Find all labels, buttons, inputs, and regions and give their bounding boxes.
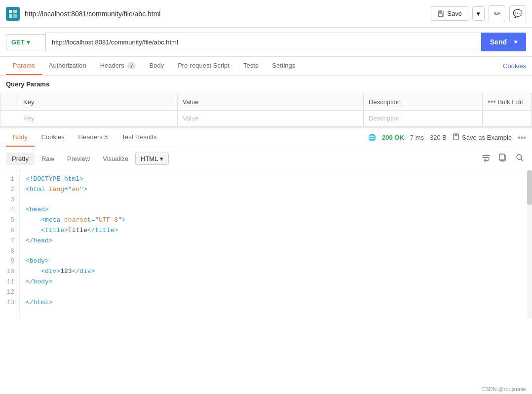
format-tab-group: Pretty Raw Preview Visualize HTML ▾ — [6, 153, 169, 165]
format-tab-preview[interactable]: Preview — [61, 153, 96, 165]
scrollbar-thumb[interactable] — [527, 170, 532, 205]
value-input-cell[interactable]: Value — [178, 111, 364, 126]
tab-params[interactable]: Params — [6, 57, 42, 75]
response-tab-body[interactable]: Body — [6, 128, 35, 147]
title-url: http://localhost:8081/community/file/abc… — [25, 10, 160, 18]
save-button[interactable]: Save — [431, 6, 468, 21]
svg-rect-10 — [499, 154, 504, 160]
response-tabs: Body Cookies Headers 5 Test Results 🌐 20… — [0, 128, 532, 147]
key-input-cell[interactable]: Key — [18, 111, 178, 126]
row-check-cell — [0, 111, 18, 126]
wrap-icon — [482, 153, 491, 162]
svg-rect-2 — [9, 14, 12, 18]
response-status-bar: 🌐 200 OK 7 ms 320 B Save as Example ••• — [368, 133, 526, 142]
method-chevron-icon: ▾ — [27, 39, 30, 46]
edit-icon: ✏ — [494, 9, 500, 18]
format-bar: Pretty Raw Preview Visualize HTML ▾ — [0, 147, 532, 170]
method-label: GET — [11, 39, 25, 46]
line-num-9: 9 — [0, 256, 19, 267]
url-bar: GET ▾ Send ▾ — [0, 28, 532, 57]
cookies-link[interactable]: Cookies — [503, 62, 526, 70]
copy-button[interactable] — [496, 151, 509, 166]
url-input[interactable] — [45, 33, 481, 51]
line-num-2: 2 — [0, 185, 19, 195]
code-line-10: <div>123</div> — [26, 267, 526, 277]
code-line-7: </head> — [26, 236, 526, 246]
line-num-10: 10 — [0, 267, 19, 277]
response-size: 320 B — [430, 134, 447, 141]
line-num-1: 1 — [0, 174, 19, 185]
method-selector[interactable]: GET ▾ — [6, 34, 45, 50]
bulk-edit-button[interactable]: Bulk Edit — [497, 98, 523, 106]
chat-button[interactable]: 💬 — [509, 5, 526, 22]
svg-point-11 — [517, 155, 522, 159]
tab-tests[interactable]: Tests — [236, 57, 265, 75]
response-tab-test-results[interactable]: Test Results — [115, 128, 164, 147]
format-bar-right — [480, 151, 526, 166]
response-time: 7 ms — [410, 134, 424, 141]
line-num-8: 8 — [0, 246, 19, 257]
code-line-4: <head> — [26, 205, 526, 215]
format-tab-pretty[interactable]: Pretty — [6, 153, 35, 165]
response-more-button[interactable]: ••• — [518, 133, 526, 142]
save-dropdown-button[interactable]: ▾ — [472, 6, 485, 21]
save-example-icon — [453, 133, 459, 142]
svg-rect-3 — [13, 14, 17, 18]
tab-settings[interactable]: Settings — [265, 57, 302, 75]
line-num-3: 3 — [0, 195, 19, 205]
save-label: Save — [447, 10, 462, 17]
col-check-header — [0, 93, 18, 111]
line-num-6: 6 — [0, 226, 19, 236]
col-actions-header: ••• Bulk Edit — [483, 93, 532, 111]
save-icon — [437, 10, 444, 17]
copy-icon — [498, 153, 507, 162]
code-line-6: <title>Title</title> — [26, 226, 526, 236]
code-line-1: <!DOCTYPE html> — [26, 174, 526, 185]
code-line-13: </html> — [26, 298, 526, 308]
response-tab-headers[interactable]: Headers 5 — [72, 128, 115, 147]
code-line-11: </body> — [26, 277, 526, 287]
query-params-section: Query Params Key Value Description ••• B… — [0, 76, 532, 126]
search-icon — [515, 153, 524, 162]
search-button[interactable] — [513, 151, 526, 166]
col-more-button[interactable]: ••• — [488, 97, 496, 106]
language-selector[interactable]: HTML ▾ — [135, 153, 169, 165]
scrollbar-track[interactable] — [527, 170, 532, 318]
line-num-4: 4 — [0, 205, 19, 215]
top-bar: http://localhost:8081/community/file/abc… — [0, 0, 532, 28]
format-tab-raw[interactable]: Raw — [36, 153, 60, 165]
params-table: Key Value Description ••• Bulk Edit Key … — [0, 93, 532, 126]
query-params-title: Query Params — [0, 76, 532, 93]
tab-authorization[interactable]: Authorization — [42, 57, 93, 75]
chat-icon: 💬 — [513, 9, 523, 18]
response-tab-cookies[interactable]: Cookies — [35, 128, 72, 147]
send-button[interactable]: Send ▾ — [481, 33, 526, 51]
code-line-2: <html lang="en"> — [26, 185, 526, 195]
svg-rect-5 — [439, 11, 442, 13]
save-example-label: Save as Example — [462, 134, 512, 141]
format-tab-visualize[interactable]: Visualize — [97, 153, 134, 165]
svg-rect-0 — [9, 10, 12, 13]
app-icon — [6, 7, 20, 21]
code-line-5: <meta charset="UTF-8"> — [26, 215, 526, 226]
row-actions-cell — [483, 111, 532, 126]
line-num-13: 13 — [0, 298, 19, 308]
tab-headers[interactable]: Headers 7 — [93, 57, 143, 75]
code-line-8 — [26, 246, 526, 257]
desc-input-cell[interactable]: Description — [364, 111, 483, 126]
edit-button[interactable]: ✏ — [489, 5, 505, 22]
save-as-example-button[interactable]: Save as Example — [453, 133, 512, 142]
wrap-button[interactable] — [480, 151, 493, 166]
line-num-12: 12 — [0, 287, 19, 298]
top-bar-right: Save ▾ ✏ 💬 — [431, 5, 526, 22]
language-chevron-icon: ▾ — [160, 155, 163, 162]
send-chevron-icon: ▾ — [510, 39, 517, 45]
code-view: 1 2 3 4 5 6 7 8 9 10 11 12 13 <!DOCTYPE … — [0, 170, 532, 318]
tab-prerequest[interactable]: Pre-request Script — [171, 57, 236, 75]
language-label: HTML — [141, 155, 158, 162]
line-numbers: 1 2 3 4 5 6 7 8 9 10 11 12 13 — [0, 170, 20, 318]
code-content: <!DOCTYPE html> <html lang="en"> <head> … — [20, 170, 532, 318]
code-line-3 — [26, 195, 526, 205]
tab-body[interactable]: Body — [143, 57, 171, 75]
line-num-11: 11 — [0, 277, 19, 287]
